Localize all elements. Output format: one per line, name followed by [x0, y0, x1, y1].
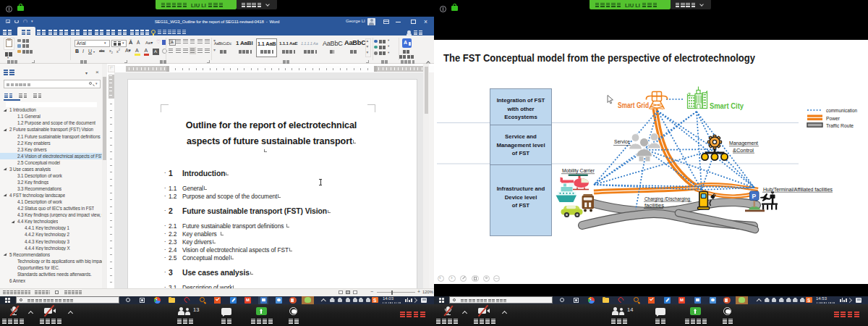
- svg-text:with other: with other: [506, 106, 534, 112]
- svg-text:Service and: Service and: [505, 133, 537, 140]
- svg-text:Management level: Management level: [496, 142, 545, 149]
- svg-text:communication: communication: [826, 108, 857, 113]
- svg-text:Mobility Carrier: Mobility Carrier: [562, 167, 595, 174]
- svg-text:Device level: Device level: [505, 194, 537, 201]
- svg-text:&Control: &Control: [733, 148, 754, 153]
- svg-text:Infrastructure and: Infrastructure and: [497, 185, 545, 192]
- svg-text:of FST: of FST: [512, 202, 529, 209]
- svg-text:of FST: of FST: [512, 150, 529, 156]
- svg-text:Integration of FST: Integration of FST: [497, 97, 545, 104]
- svg-text:Smart Grid: Smart Grid: [618, 101, 649, 109]
- svg-text:P: P: [752, 193, 757, 200]
- svg-text:Hub/Terminal/Affiliated facili: Hub/Terminal/Affiliated facilities: [763, 187, 833, 192]
- svg-text:Service: Service: [614, 139, 630, 144]
- svg-text:Management: Management: [729, 141, 758, 146]
- svg-text:Charging /Discharging: Charging /Discharging: [644, 196, 690, 202]
- svg-text:Power: Power: [826, 116, 841, 121]
- svg-text:facilities: facilities: [644, 203, 665, 208]
- svg-text:Ecosystems: Ecosystems: [504, 114, 537, 120]
- svg-text:The FST Conceptual model from: The FST Conceptual model from the perspe…: [443, 52, 756, 64]
- svg-text:Smart City: Smart City: [710, 102, 744, 110]
- svg-text:Traffic Route: Traffic Route: [826, 123, 854, 128]
